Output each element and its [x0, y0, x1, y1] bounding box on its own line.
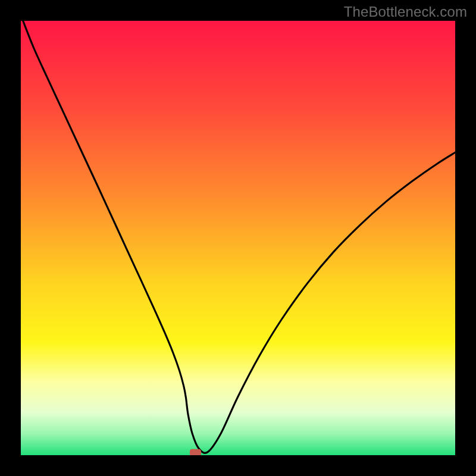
- watermark-text: TheBottleneck.com: [344, 4, 467, 20]
- chart-frame: TheBottleneck.com: [0, 0, 476, 476]
- plot-area: [21, 21, 455, 455]
- gradient-background: [21, 21, 455, 455]
- plot-svg: [21, 21, 455, 455]
- optimal-point-marker: [190, 449, 201, 455]
